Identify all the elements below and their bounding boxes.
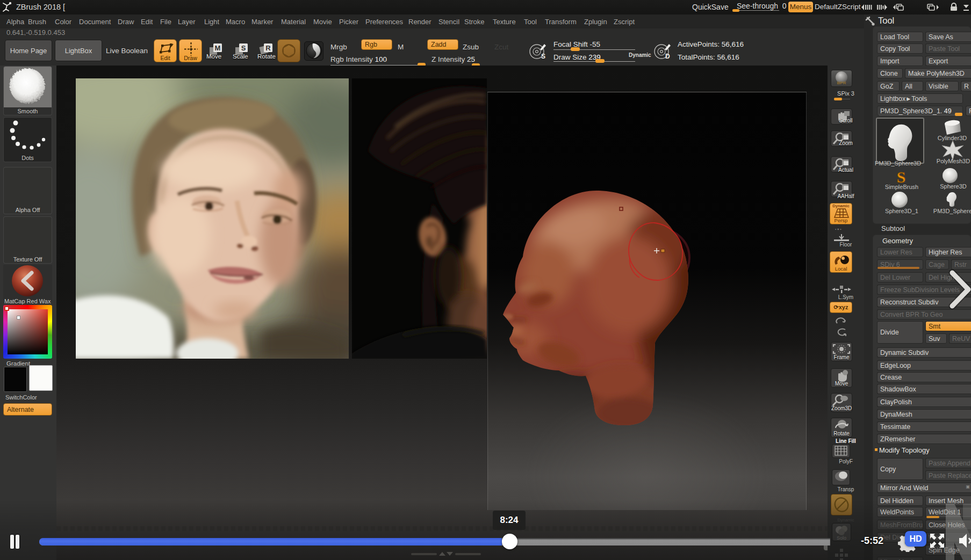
svg-text:S: S — [241, 44, 246, 52]
svg-text:R: R — [265, 44, 271, 52]
svg-text:M: M — [215, 44, 221, 52]
svg-text:BPR: BPR — [837, 81, 846, 85]
svg-text:S: S — [541, 53, 545, 60]
svg-text:D: D — [665, 53, 670, 60]
